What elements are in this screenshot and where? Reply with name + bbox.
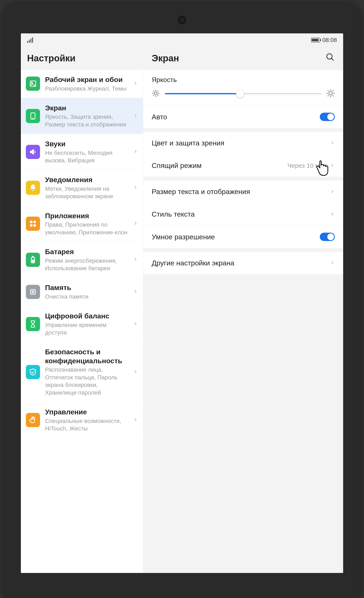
row-label: Умное разрешение — [152, 233, 320, 241]
svg-rect-8 — [30, 224, 32, 227]
sidebar-item-subtitle: Режим энергосбере­жения, Использование б… — [45, 257, 128, 272]
wallpaper-icon — [26, 77, 40, 91]
settings-group-1: Размер текста и отображенияСтиль текстаУ… — [143, 181, 343, 248]
settings-row[interactable]: Цвет и защита зрения — [143, 132, 343, 154]
settings-sidebar[interactable]: Рабочий экран и обои Разблокировка Журна… — [21, 70, 143, 573]
sidebar-item-7[interactable]: Цифровой баланс Управление временем дост… — [21, 306, 143, 342]
screen: 08:08 Настройки Экран Рабочий экран и об… — [21, 33, 343, 573]
sidebar-item-subtitle: Метки, Уведомления на заблокированном эк… — [45, 185, 128, 200]
svg-rect-12 — [32, 260, 34, 262]
row-auto-brightness[interactable]: Авто — [143, 105, 343, 128]
search-icon[interactable] — [326, 53, 335, 64]
status-time: 08:08 — [322, 37, 337, 43]
battery-icon — [26, 253, 40, 267]
shield-icon — [26, 365, 40, 379]
tablet-camera — [178, 16, 186, 24]
brightness-section: Яркость — [143, 70, 343, 105]
brightness-low-icon — [152, 89, 160, 98]
brightness-label: Яркость — [152, 76, 335, 84]
settings-title: Настройки — [21, 47, 143, 69]
sidebar-item-title: Экран — [45, 103, 128, 112]
chevron-right-icon — [330, 188, 335, 196]
row-label: Цвет и защита зрения — [152, 139, 330, 147]
toggle[interactable] — [320, 233, 335, 241]
svg-line-25 — [158, 91, 158, 91]
sidebar-item-subtitle: Права, Приложения по умолчанию, Приложен… — [45, 221, 128, 236]
svg-rect-7 — [33, 221, 36, 223]
chevron-right-icon — [330, 259, 335, 267]
svg-rect-11 — [32, 256, 34, 257]
svg-rect-9 — [33, 224, 36, 227]
chevron-right-icon — [133, 221, 138, 227]
svg-line-23 — [158, 95, 158, 96]
chevron-right-icon — [133, 289, 138, 295]
memory-icon — [26, 285, 40, 299]
chevron-right-icon — [330, 210, 335, 218]
svg-point-26 — [329, 91, 332, 95]
sidebar-item-subtitle: Не беспокоить, Мелодия вызова, Вибрация — [45, 149, 128, 164]
sidebar-item-subtitle: Распознавание лица, Отпечаток пальца, Па… — [45, 366, 128, 396]
settings-row[interactable]: Размер текста и отображения — [143, 181, 343, 203]
sidebar-item-title: Приложения — [45, 211, 128, 220]
settings-row[interactable]: Умное разрешение — [143, 225, 343, 248]
chevron-right-icon — [133, 113, 138, 119]
sidebar-item-9[interactable]: Управление Специальные возможности, HiTo… — [21, 402, 143, 438]
svg-point-17 — [154, 92, 157, 94]
display-icon — [26, 109, 40, 123]
svg-line-1 — [332, 58, 334, 60]
sidebar-item-title: Управление — [45, 407, 128, 416]
sidebar-item-1[interactable]: Экран Яркость, Защита зрения, Размер тек… — [21, 98, 143, 134]
svg-rect-6 — [30, 221, 32, 223]
settings-row[interactable]: Другие настройки экрана — [143, 252, 343, 274]
sidebar-item-title: Батарея — [45, 247, 128, 256]
settings-group-0: Цвет и защита зренияСпящий режимЧерез 10… — [143, 132, 343, 177]
sidebar-item-subtitle: Очистка памяти — [45, 293, 128, 300]
status-bar: 08:08 — [21, 33, 343, 47]
sidebar-item-4[interactable]: Приложения Права, Приложения по умолчани… — [21, 206, 143, 242]
header-row: Настройки Экран — [21, 47, 343, 70]
row-value: Через 10 мин — [287, 162, 326, 169]
detail-pane[interactable]: Яркость — [143, 70, 343, 573]
sidebar-item-6[interactable]: Память Очистка памяти — [21, 278, 143, 306]
sidebar-item-3[interactable]: Уведомления Метки, Уведомления на заблок… — [21, 170, 143, 206]
sidebar-item-2[interactable]: Звуки Не беспокоить, Мелодия вызова, Виб… — [21, 134, 143, 170]
sidebar-item-subtitle: Яркость, Защита зрения, Размер текста и … — [45, 113, 128, 128]
brightness-slider[interactable] — [165, 93, 322, 94]
hourglass-icon — [26, 317, 40, 331]
chevron-right-icon — [133, 369, 138, 375]
svg-point-0 — [327, 54, 332, 59]
settings-row[interactable]: Стиль текста — [143, 203, 343, 225]
row-label: Спящий режим — [152, 161, 287, 170]
row-label: Стиль текста — [152, 210, 330, 218]
settings-row[interactable]: Спящий режимЧерез 10 мин — [143, 154, 343, 177]
chevron-right-icon — [133, 81, 138, 87]
svg-line-34 — [333, 91, 333, 91]
row-label: Другие настройки экрана — [152, 259, 330, 267]
chevron-right-icon — [133, 321, 138, 327]
chevron-right-icon — [133, 417, 138, 423]
sidebar-item-subtitle: Разблокировка Журнал, Темы — [45, 85, 128, 92]
sidebar-item-title: Цифровой баланс — [45, 312, 128, 321]
svg-line-33 — [328, 95, 329, 96]
chevron-right-icon — [133, 185, 138, 191]
chevron-right-icon — [330, 139, 335, 147]
sidebar-item-0[interactable]: Рабочий экран и обои Разблокировка Журна… — [21, 70, 143, 98]
auto-brightness-toggle[interactable] — [320, 113, 335, 121]
sidebar-item-title: Звуки — [45, 139, 128, 148]
sidebar-item-title: Память — [45, 283, 128, 292]
svg-line-32 — [333, 95, 333, 96]
sidebar-item-8[interactable]: Безопасность и конфиденциаль­ность Распо… — [21, 342, 143, 402]
svg-line-31 — [328, 91, 329, 91]
sidebar-item-title: Безопасность и конфиденциаль­ность — [45, 347, 128, 365]
sidebar-item-5[interactable]: Батарея Режим энергосбере­жения, Использ… — [21, 242, 143, 278]
brightness-high-icon — [326, 89, 335, 98]
svg-line-22 — [154, 91, 154, 91]
auto-brightness-label: Авто — [152, 113, 320, 121]
svg-point-3 — [31, 82, 33, 83]
settings-group-2: Другие настройки экрана — [143, 252, 343, 274]
sidebar-item-subtitle: Специальные возможности, HiTouch, Жесты — [45, 417, 128, 432]
svg-line-24 — [154, 95, 154, 96]
chevron-right-icon — [133, 149, 138, 155]
sidebar-item-subtitle: Управление временем доступа — [45, 321, 128, 337]
apps-icon — [26, 216, 40, 231]
